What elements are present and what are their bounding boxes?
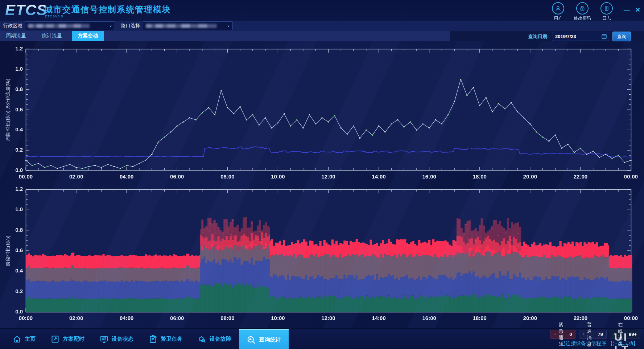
tab-cycle-flow[interactable]: 周期流量 [0,31,32,41]
message-count: 79 [598,332,603,337]
window-controls: — ✕ [618,6,640,15]
chevron-down-icon: ∨ [227,24,230,28]
query-date-label: 查询日期: [528,33,549,40]
nav-device-status-label: 设备状态 [112,336,133,342]
bottom-nav: 主页 方案配时 设备状态 警卫任务 设备故障 查询统计 [0,328,644,349]
connection-status: 已连接设备通信程序 【注册成功】 [561,340,638,347]
query-date-input[interactable]: 2019/7/23 [552,32,609,41]
filter-row: 行政区域 ∨ 路口选择 ∨ [0,21,644,31]
app-logo: ETCS [5,1,47,19]
emergency-notice-count: 0 [569,332,572,337]
user-button[interactable]: 用户 [552,2,564,21]
query-stats-icon [247,335,256,345]
status-badges: 紧急通知 0 普通消息 79 在线设备 99+ [550,330,640,339]
bell-icon [582,332,585,337]
nav-guard-task-label: 警卫任务 [161,336,182,342]
online-device-count: 99+ [629,332,637,337]
online-device-badge[interactable]: 在线设备 99+ [610,330,640,339]
guard-task-icon [149,335,157,344]
region-value-blurred [28,24,90,28]
region-label: 行政区域 [3,22,22,29]
charts-canvas [0,41,644,328]
query-button[interactable]: 查询 [612,32,631,41]
region-select[interactable]: ∨ [25,21,115,30]
crossing-label: 路口选择 [121,22,140,29]
log-icon [600,2,613,15]
device-fault-icon [198,335,206,344]
calendar-icon[interactable] [601,33,607,41]
lock-icon [576,2,589,15]
device-status-icon [100,335,108,344]
message-badge[interactable]: 普通消息 79 [579,330,606,339]
home-icon [13,335,21,344]
siren-icon [554,332,556,337]
log-button[interactable]: 日志 [600,2,613,21]
nav-plan-timing-label: 方案配时 [63,336,84,342]
query-box: 查询日期: 2019/7/23 查询 [528,32,631,41]
nav-item-guard-task[interactable]: 警卫任务 [141,329,190,349]
nav-home-label: 主页 [25,336,36,342]
crossing-value-blurred [146,24,217,28]
window-divider [618,6,618,15]
nav-item-device-fault[interactable]: 设备故障 [190,329,239,349]
plan-timing-icon [51,335,59,344]
chevron-down-icon: ∨ [109,24,112,28]
minimize-button[interactable]: — [624,6,630,15]
titlebar: ETCS 城市交通信号控制系统管理模块 ETCSV6.5 用户 修改密码 日志 [0,0,644,21]
change-password-button[interactable]: 修改密码 [574,2,591,21]
app-version: ETCSV6.5 [45,15,63,18]
page-title: 城市交通信号控制系统管理模块 [44,4,171,15]
nav-item-device-status[interactable]: 设备状态 [92,329,141,349]
close-button[interactable]: ✕ [635,6,640,15]
nav-item-plan-timing[interactable]: 方案配时 [43,329,92,349]
user-icon [552,2,564,15]
tab-row: 周期流量 统计流量 方案变动 查询日期: 2019/7/23 查询 [0,31,644,41]
tabs-container: 周期流量 统计流量 方案变动 [0,31,450,41]
nav-query-stats-label: 查询统计 [259,336,281,343]
emergency-notice-badge[interactable]: 紧急通知 0 [550,330,575,339]
nav-item-home[interactable]: 主页 [5,329,43,349]
nav-item-query-stats[interactable]: 查询统计 [239,329,289,349]
nav-device-fault-label: 设备故障 [210,336,231,342]
titlebar-actions: 用户 修改密码 日志 [552,2,613,21]
crossing-select[interactable]: ∨ [143,21,233,30]
tab-plan-change[interactable]: 方案变动 [72,31,104,41]
query-date-value: 2019/7/23 [552,34,576,39]
network-icon [614,332,616,337]
tab-statistic-flow[interactable]: 统计流量 [36,31,68,41]
